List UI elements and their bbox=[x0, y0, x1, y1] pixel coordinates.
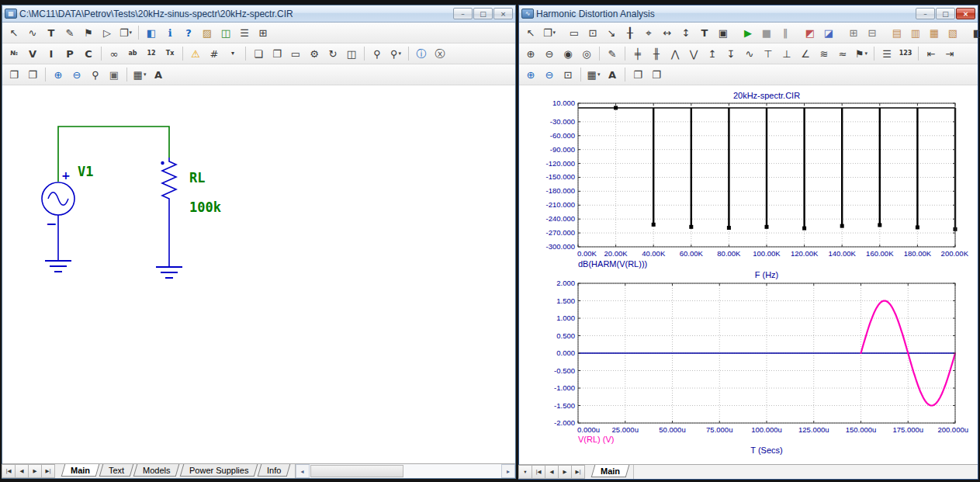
conditions-toggle[interactable]: C bbox=[80, 45, 97, 62]
data-points-list-button[interactable]: ☰ bbox=[878, 45, 895, 62]
edit-plot-button[interactable]: ✎ bbox=[604, 45, 621, 62]
new-document-button[interactable]: ❏ bbox=[250, 45, 267, 62]
tab-models[interactable]: Models bbox=[133, 464, 180, 477]
nav-prev-button[interactable]: ◀ bbox=[545, 465, 559, 479]
nav-menu-button[interactable]: ▾ bbox=[518, 465, 532, 479]
tab-main[interactable]: Main bbox=[591, 465, 630, 477]
scroll-left-button[interactable]: ◂ bbox=[296, 464, 310, 478]
nav-first-button[interactable]: |◀ bbox=[532, 465, 545, 479]
currents-toggle[interactable]: I bbox=[43, 45, 60, 62]
mirror-button[interactable]: ◫ bbox=[343, 45, 360, 62]
scroll-right-button[interactable]: ▸ bbox=[501, 464, 515, 478]
tab-text[interactable]: Text bbox=[99, 464, 134, 477]
tab-main[interactable]: Main bbox=[61, 464, 100, 477]
node-voltages-toggle[interactable]: V bbox=[24, 45, 41, 62]
close-button[interactable]: × bbox=[493, 8, 513, 19]
select-mode-button[interactable]: ↖ bbox=[5, 24, 23, 41]
grid-pattern-dropdown[interactable]: ▦▾ bbox=[131, 66, 148, 83]
zoom-out-mode-button[interactable]: ⊖ bbox=[541, 45, 558, 62]
horizontal-tag-button[interactable]: ↔ bbox=[659, 24, 676, 41]
help-topics-button[interactable]: ⓘ bbox=[413, 45, 430, 62]
scale-mode-button[interactable]: ↘ bbox=[603, 24, 620, 41]
zoom-in-button[interactable]: ⊕ bbox=[522, 66, 539, 83]
schematic-canvas[interactable]: + − V1 RL 100k bbox=[2, 85, 515, 463]
go-to-right-button[interactable]: ⇥ bbox=[941, 45, 958, 62]
run-button[interactable]: ▶ bbox=[739, 24, 757, 41]
plot-layout-3-button[interactable]: ▦ bbox=[926, 24, 943, 41]
resistor-symbol[interactable] bbox=[162, 158, 176, 267]
horizontal-scrollbar[interactable]: ◂ ▸ bbox=[295, 464, 515, 478]
flag-mode-button[interactable]: ⚑ bbox=[80, 24, 97, 41]
accumulate-plots-button[interactable]: ◩ bbox=[802, 24, 819, 41]
component-browser-dropdown[interactable]: ❐▾ bbox=[117, 24, 134, 41]
scrollbar-track[interactable] bbox=[633, 465, 978, 479]
plot-layout-4-button[interactable]: ▧ bbox=[944, 24, 961, 41]
zoom-out-button[interactable]: ⊖ bbox=[68, 66, 85, 83]
vertical-tag-button[interactable]: ↕ bbox=[677, 24, 694, 41]
node-numbers-toggle[interactable]: № bbox=[5, 45, 23, 62]
add-performance-window-button[interactable]: ⊞ bbox=[845, 24, 862, 41]
remove-performance-window-button[interactable]: ⊟ bbox=[864, 24, 881, 41]
copy-to-clipboard-button[interactable]: ❐ bbox=[5, 66, 23, 83]
copy-to-clipboard-button[interactable]: ❐ bbox=[629, 66, 646, 83]
animate-options-button[interactable]: ◪ bbox=[820, 24, 837, 41]
zoom-out-button[interactable]: ⊖ bbox=[541, 66, 558, 83]
find-next-button[interactable]: ⚲▾ bbox=[387, 45, 404, 62]
wire-mode-button[interactable]: ∿ bbox=[24, 24, 41, 41]
mode-settings-button[interactable]: ⚙ bbox=[306, 45, 323, 62]
font-button[interactable]: A bbox=[604, 66, 621, 83]
cursor-mode-button[interactable]: ╂ bbox=[622, 24, 639, 41]
rotate-button[interactable]: ↻ bbox=[324, 45, 341, 62]
text-mode-button[interactable]: T bbox=[43, 24, 60, 41]
scrollbar-thumb[interactable] bbox=[310, 465, 403, 477]
copy-page-button[interactable]: ❐ bbox=[648, 66, 665, 83]
window-list-button[interactable]: ☰ bbox=[236, 24, 253, 41]
go-to-left-button[interactable]: ⇤ bbox=[923, 45, 940, 62]
nav-next-button[interactable]: ▶ bbox=[558, 465, 572, 479]
inflection-button[interactable]: ∿ bbox=[741, 45, 758, 62]
pin-connections-toggle[interactable]: ∞ bbox=[106, 45, 123, 62]
schematic-titlebar[interactable]: ▦ C:\MC11\DATA\Petrov\Tests\20kHz-sinus-… bbox=[2, 5, 515, 23]
camera-button[interactable]: ▣ bbox=[106, 66, 123, 83]
clipboard-dropdown[interactable]: ❐▾ bbox=[541, 24, 558, 41]
tag-dropdown[interactable]: ⚑▾ bbox=[853, 45, 870, 62]
find-button[interactable]: ⚲ bbox=[369, 45, 386, 62]
select-mode-button[interactable]: ↖ bbox=[522, 24, 539, 41]
nav-last-button[interactable]: ▶| bbox=[571, 465, 585, 479]
plot-layout-1-button[interactable]: ▤ bbox=[888, 24, 906, 41]
nav-next-button[interactable]: ▶ bbox=[28, 464, 42, 478]
pane-left-button[interactable]: ◧ bbox=[969, 24, 980, 41]
autoscale-button[interactable]: ◉ bbox=[559, 45, 577, 62]
restore-scale-button[interactable]: ◎ bbox=[578, 45, 595, 62]
tab-info[interactable]: Info bbox=[258, 464, 291, 477]
properties-button[interactable]: ▣ bbox=[715, 24, 732, 41]
zoom-window-button[interactable]: ⊡ bbox=[584, 24, 601, 41]
zoom-percent-button[interactable]: ⚲ bbox=[87, 66, 104, 83]
open-document-button[interactable]: ❐ bbox=[268, 45, 286, 62]
select-region-button[interactable]: ▭ bbox=[566, 24, 583, 41]
horizontal-cursor-button[interactable]: ╪ bbox=[629, 45, 646, 62]
maximize-button[interactable]: □ bbox=[473, 8, 493, 19]
picture-file-button[interactable]: ▨ bbox=[199, 24, 216, 41]
color-picker-button[interactable]: ◧ bbox=[143, 24, 160, 41]
text-mode-button[interactable]: T bbox=[696, 24, 713, 41]
stop-annotation-button[interactable]: ⓧ bbox=[431, 45, 448, 62]
font-button[interactable]: A bbox=[150, 66, 167, 83]
grid-options-dropdown[interactable]: ▾ bbox=[224, 45, 241, 62]
top-button[interactable]: ⊤ bbox=[760, 45, 777, 62]
peak-button[interactable]: ⋀ bbox=[667, 45, 684, 62]
nav-first-button[interactable]: |◀ bbox=[2, 464, 16, 478]
grid-pattern-dropdown[interactable]: ▦▾ bbox=[585, 66, 602, 83]
analysis-titlebar[interactable]: ∿ Harmonic Distortion Analysis – □ × bbox=[519, 5, 978, 23]
stop-button[interactable]: ■ bbox=[758, 24, 775, 41]
point-tag-button[interactable]: ⌖ bbox=[640, 24, 657, 41]
calculator-button[interactable]: ⊞ bbox=[255, 24, 272, 41]
pin-numbers-toggle[interactable]: 12 bbox=[143, 45, 160, 62]
pause-button[interactable]: ‖ bbox=[777, 24, 794, 41]
vertical-cursor-button[interactable]: ╫ bbox=[648, 45, 665, 62]
graphics-mode-button[interactable]: ✎ bbox=[61, 24, 78, 41]
nav-prev-button[interactable]: ◀ bbox=[15, 464, 29, 478]
select-region-button[interactable]: ▭ bbox=[287, 45, 304, 62]
numeric-output-button[interactable]: 123 bbox=[897, 45, 914, 62]
envelope-top-button[interactable]: ≋ bbox=[816, 45, 833, 62]
